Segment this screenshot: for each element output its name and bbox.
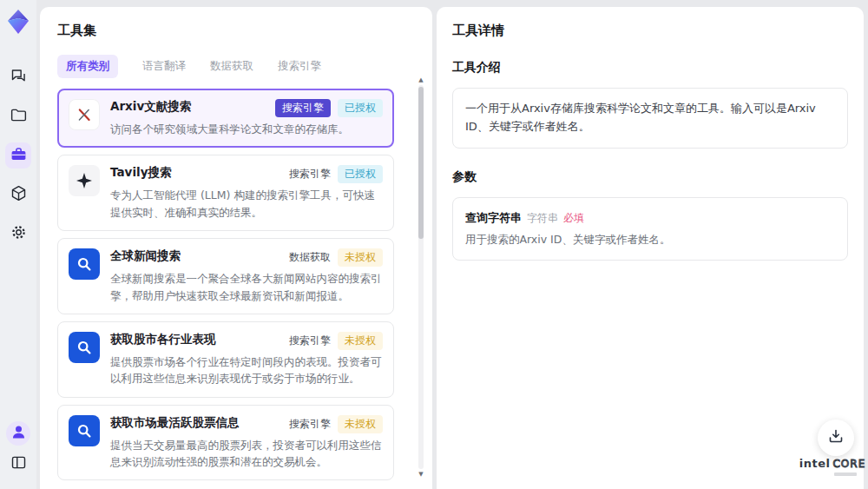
tool-icon [69, 99, 100, 130]
tool-description: 专为人工智能代理 (LLM) 构建的搜索引擎工具，可快速提供实时、准确和真实的结… [110, 187, 383, 221]
tool-badges: 搜索引擎 已授权 [289, 165, 383, 183]
tool-list-item[interactable]: 全球新闻搜索 数据获取 未授权 全球新闻搜索是一个聚合全球各大新闻网站内容的搜索… [57, 238, 394, 314]
toolbox-icon [10, 145, 28, 167]
sidebar-item-toggle-panel[interactable] [5, 451, 31, 477]
gear-icon [10, 223, 28, 245]
tool-name: 获取市场最活跃股票信息 [110, 415, 240, 431]
tool-icon [69, 415, 100, 446]
tool-name: Tavily搜索 [110, 165, 171, 181]
download-tray-icon [828, 428, 844, 447]
chat-icon [10, 67, 28, 89]
category-badge: 搜索引擎 [289, 165, 331, 183]
tool-list-item[interactable]: 获取市场最活跃股票信息 搜索引擎 未授权 提供当天交易量最高的股票列表，投资者可… [57, 405, 394, 481]
sidebar-nav [5, 64, 31, 247]
intro-heading: 工具介绍 [452, 60, 848, 76]
tool-name: 全球新闻搜索 [110, 248, 181, 264]
intel-logo-sub-mark [834, 472, 857, 476]
core-brand-text: CORE [832, 458, 865, 470]
auth-status-badge: 未授权 [338, 332, 383, 350]
tools-panel-title: 工具集 [57, 23, 415, 39]
category-badge: 搜索引擎 [289, 415, 331, 433]
tool-list: Arxiv文献搜索 搜索引擎 已授权 访问各个研究领域大量科学论文和文章的存储库… [57, 89, 415, 481]
app-window: 工具集 所有类别语言翻译数据获取搜索引擎 Arxiv文献搜索 搜索引擎 已授权 … [0, 0, 868, 489]
panel-layout-icon [10, 453, 28, 475]
parameter-description: 用于搜索的Arxiv ID、关键字或作者姓名。 [465, 233, 835, 248]
tool-icon [69, 165, 100, 196]
details-panel-title: 工具详情 [452, 23, 848, 39]
tool-list-item[interactable]: Tavily搜索 搜索引擎 已授权 专为人工智能代理 (LLM) 构建的搜索引擎… [57, 155, 394, 231]
tool-description: 全球新闻搜索是一个聚合全球各大新闻网站内容的搜索引擎，帮助用户快速获取全球最新资… [110, 270, 383, 304]
sidebar-bottom [5, 421, 31, 477]
category-badge: 搜索引擎 [275, 99, 331, 117]
auth-status-badge: 未授权 [338, 248, 383, 267]
tool-icon [69, 248, 100, 280]
tool-name: Arxiv文献搜索 [110, 99, 191, 115]
auth-status-badge: 已授权 [338, 165, 383, 183]
intel-core-logo: intel CORE [805, 457, 860, 476]
category-badge: 数据获取 [289, 248, 331, 267]
tool-list-item[interactable]: 获取股市各行业表现 搜索引擎 未授权 提供股票市场各个行业在特定时间段内的表现。… [57, 321, 394, 398]
tool-name: 获取股市各行业表现 [110, 332, 216, 347]
details-panel: 工具详情 工具介绍 一个用于从Arxiv存储库搜索科学论文和文章的工具。输入可以… [437, 7, 864, 489]
tool-icon [69, 332, 100, 363]
params-heading: 参数 [452, 169, 848, 185]
sidebar-item-tools[interactable] [5, 142, 31, 169]
tool-description: 提供股票市场各个行业在特定时间段内的表现。投资者可以利用这些信息来识别表现优于或… [110, 354, 383, 387]
intel-brand-text: intel [799, 457, 831, 470]
list-scrollbar[interactable]: ▲ ▼ [418, 76, 424, 479]
auth-status-badge: 未授权 [338, 415, 383, 433]
parameter-required-flag: 必填 [563, 211, 584, 226]
folder-icon [10, 106, 28, 128]
tool-badges: 搜索引擎 未授权 [289, 415, 383, 433]
sidebar [0, 0, 36, 489]
auth-status-badge: 已授权 [338, 99, 383, 117]
sidebar-item-packages[interactable] [5, 182, 31, 208]
params-box: 查询字符串 字符串 必填 用于搜索的Arxiv ID、关键字或作者姓名。 [452, 197, 848, 261]
category-tab[interactable]: 搜索引擎 [278, 59, 321, 74]
intro-box: 一个用于从Arxiv存储库搜索科学论文和文章的工具。输入可以是Arxiv ID、… [452, 88, 848, 149]
tool-badges: 数据获取 未授权 [289, 248, 383, 267]
category-tab[interactable]: 数据获取 [210, 59, 253, 74]
tool-description: 提供当天交易量最高的股票列表，投资者可以利用这些信息来识别流动性强的股票和潜在的… [110, 437, 383, 471]
scrollbar-thumb[interactable] [418, 87, 424, 239]
user-icon [10, 423, 28, 445]
tool-badges: 搜索引擎 已授权 [275, 99, 383, 117]
tool-list-item[interactable]: Arxiv文献搜索 搜索引擎 已授权 访问各个研究领域大量科学论文和文章的存储库… [57, 89, 394, 148]
tools-panel: 工具集 所有类别语言翻译数据获取搜索引擎 Arxiv文献搜索 搜索引擎 已授权 … [40, 7, 432, 489]
sidebar-item-settings[interactable] [5, 221, 31, 247]
scrollbar-up-arrow[interactable]: ▲ [418, 76, 424, 83]
tool-description: 访问各个研究领域大量科学论文和文章的存储库。 [110, 121, 383, 137]
tool-badges: 搜索引擎 未授权 [289, 332, 383, 350]
scrollbar-down-arrow[interactable]: ▼ [418, 471, 424, 478]
sidebar-item-account[interactable] [6, 421, 30, 446]
app-logo [5, 9, 31, 35]
cube-icon [10, 184, 28, 206]
category-tab[interactable]: 语言翻译 [142, 59, 186, 74]
sidebar-item-chat[interactable] [5, 64, 31, 90]
category-tab[interactable]: 所有类别 [57, 55, 118, 78]
category-badge: 搜索引擎 [289, 332, 331, 350]
download-button[interactable] [818, 420, 854, 456]
parameter-type: 字符串 [527, 211, 558, 226]
sidebar-item-files[interactable] [5, 103, 31, 129]
parameter-name: 查询字符串 [465, 210, 522, 226]
category-tabs: 所有类别语言翻译数据获取搜索引擎 [57, 55, 415, 78]
parameter-item: 查询字符串 字符串 必填 用于搜索的Arxiv ID、关键字或作者姓名。 [465, 210, 835, 248]
